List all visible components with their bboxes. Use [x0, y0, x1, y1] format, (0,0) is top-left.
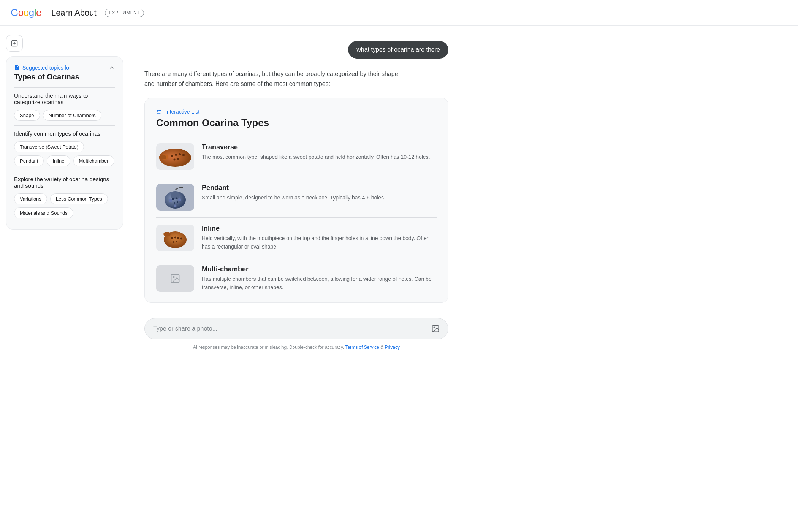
svg-point-34 — [173, 241, 174, 243]
panel-title: Types of Ocarinas — [14, 73, 115, 81]
privacy-link[interactable]: Privacy — [385, 345, 400, 350]
ocarina-item-pendant: Pendant Small and simple, designed to be… — [156, 177, 437, 218]
svg-point-16 — [174, 159, 176, 161]
divider-2 — [14, 125, 115, 126]
chip-less-common[interactable]: Less Common Types — [50, 193, 108, 204]
svg-rect-3 — [157, 110, 158, 111]
input-placeholder: Type or share a photo... — [153, 325, 217, 332]
svg-point-25 — [178, 198, 181, 201]
new-chat-button[interactable] — [6, 35, 23, 52]
input-bar[interactable]: Type or share a photo... — [144, 318, 448, 339]
svg-rect-29 — [164, 232, 171, 236]
svg-rect-5 — [157, 113, 158, 114]
chevron-up-icon — [108, 64, 115, 71]
svg-point-37 — [173, 276, 174, 278]
footer: AI responses may be inaccurate or mislea… — [144, 345, 448, 350]
svg-rect-11 — [159, 155, 166, 159]
transverse-name: Transverse — [202, 143, 437, 151]
terms-link[interactable]: Terms of Service — [345, 345, 379, 350]
ocarina-item-inline: Inline Held vertically, with the mouthpi… — [156, 218, 437, 258]
chip-shape[interactable]: Shape — [14, 110, 40, 121]
chip-inline[interactable]: Inline — [47, 155, 70, 166]
chip-materials-sounds[interactable]: Materials and Sounds — [14, 207, 73, 218]
image-placeholder-icon — [170, 273, 180, 284]
multichamber-desc: Has multiple chambers that can be switch… — [202, 275, 437, 291]
chip-multichamber[interactable]: Multichamber — [73, 155, 114, 166]
footer-ampersand: & — [380, 345, 385, 350]
content-area: what types of ocarina are there There ar… — [129, 26, 471, 531]
divider-1 — [14, 87, 115, 88]
svg-point-35 — [176, 241, 177, 242]
svg-rect-4 — [157, 112, 158, 113]
svg-point-12 — [171, 155, 173, 157]
svg-point-17 — [177, 158, 179, 160]
chips-row-3: Variations Less Common Types Materials a… — [14, 193, 115, 218]
multichamber-name: Multi-chamber — [202, 265, 437, 273]
pendant-desc: Small and simple, designed to be worn as… — [202, 194, 437, 202]
photo-icon — [431, 325, 440, 333]
footer-text: AI responses may be inaccurate or mislea… — [193, 345, 344, 350]
svg-point-24 — [169, 199, 172, 202]
svg-point-15 — [182, 154, 185, 156]
svg-point-14 — [179, 153, 181, 155]
chip-chambers[interactable]: Number of Chambers — [43, 110, 101, 121]
svg-point-20 — [172, 198, 174, 200]
ocarina-item-multichamber: Multi-chamber Has multiple chambers that… — [156, 258, 437, 292]
google-logo: Google — [11, 7, 41, 19]
divider-3 — [14, 171, 115, 171]
list-icon — [156, 109, 162, 115]
svg-point-22 — [174, 202, 175, 204]
main-layout: Suggested topics for Types of Ocarinas U… — [0, 26, 798, 531]
suggested-text: Suggested topics for — [22, 65, 71, 71]
interactive-card: Interactive List Common Ocarina Types — [144, 98, 448, 303]
svg-point-39 — [434, 327, 435, 328]
learn-about-label: Learn About — [51, 8, 97, 18]
book-icon — [14, 65, 20, 71]
logo-letter-e: e — [36, 7, 41, 19]
logo-letter-o2: o — [24, 7, 29, 19]
svg-rect-7 — [158, 112, 162, 112]
collapse-button[interactable] — [108, 64, 115, 71]
svg-point-33 — [180, 238, 182, 240]
sidebar: Suggested topics for Types of Ocarinas U… — [0, 26, 129, 531]
chip-pendant[interactable]: Pendant — [14, 155, 44, 166]
inline-name: Inline — [202, 225, 437, 233]
image-placeholder — [156, 265, 194, 292]
svg-rect-8 — [158, 113, 160, 114]
ocarina-info-pendant: Pendant Small and simple, designed to be… — [202, 184, 437, 202]
logo-letter-g2: g — [29, 7, 34, 19]
section-heading-3: Explore the variety of ocarina designs a… — [14, 176, 115, 189]
ocarina-img-transverse — [156, 143, 194, 170]
chips-row-1: Shape Number of Chambers — [14, 110, 115, 121]
experiment-badge: EXPERIMENT — [105, 9, 144, 17]
svg-point-23 — [177, 201, 178, 203]
chip-variations[interactable]: Variations — [14, 193, 47, 204]
pendant-ocarina-svg — [156, 184, 194, 211]
interactive-label: Interactive List — [156, 109, 437, 115]
transverse-ocarina-svg — [156, 143, 194, 170]
section-heading-2: Identify common types of ocarinas — [14, 130, 115, 137]
query-bubble: what types of ocarina are there — [348, 41, 448, 59]
svg-point-32 — [177, 237, 179, 239]
inline-ocarina-svg — [156, 225, 194, 251]
ocarina-info-inline: Inline Held vertically, with the mouthpi… — [202, 225, 437, 251]
suggested-panel: Suggested topics for Types of Ocarinas U… — [6, 56, 123, 230]
svg-point-19 — [171, 192, 180, 199]
intro-text: There are many different types of ocarin… — [144, 69, 403, 89]
logo-letter-o1: o — [18, 7, 24, 19]
ocarina-img-multichamber — [156, 265, 194, 292]
chips-row-2: Transverse (Sweet Potato) Pendant Inline… — [14, 141, 115, 166]
interactive-label-text: Interactive List — [165, 109, 200, 115]
svg-point-31 — [174, 237, 176, 239]
svg-point-21 — [176, 198, 178, 200]
logo-letter-g: G — [11, 7, 18, 19]
card-title: Common Ocarina Types — [156, 117, 437, 129]
section-heading-1: Understand the main ways to categorize o… — [14, 92, 115, 105]
ocarina-info-transverse: Transverse The most common type, shaped … — [202, 143, 437, 162]
pendant-name: Pendant — [202, 184, 437, 192]
inline-desc: Held vertically, with the mouthpiece on … — [202, 234, 437, 251]
transverse-desc: The most common type, shaped like a swee… — [202, 153, 437, 162]
chip-transverse[interactable]: Transverse (Sweet Potato) — [14, 141, 84, 152]
svg-rect-6 — [158, 110, 162, 111]
image-upload-icon[interactable] — [431, 325, 440, 333]
